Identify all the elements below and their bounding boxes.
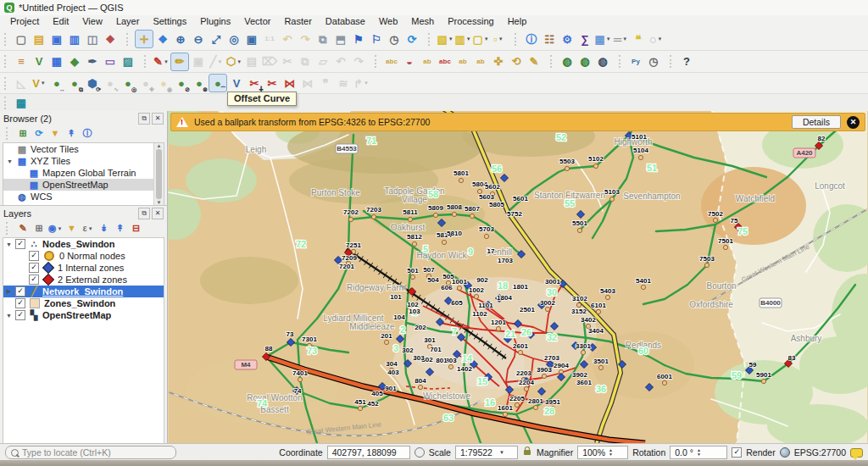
locate-search-input[interactable]: Type to locate (Ctrl+K) bbox=[5, 446, 176, 459]
add-selected-layers-icon[interactable]: ⊞ bbox=[16, 127, 30, 141]
split-features-icon[interactable]: ✂╋ bbox=[246, 75, 263, 92]
temporal-controller-icon[interactable]: ◷ bbox=[386, 31, 403, 47]
menu-vector[interactable]: Vector bbox=[237, 15, 277, 28]
current-edits-icon[interactable]: ✎▼ bbox=[153, 53, 170, 70]
select-features-icon[interactable]: ▧▼ bbox=[437, 31, 453, 47]
properties-widget-icon[interactable]: ⓘ bbox=[81, 127, 94, 141]
refresh-browser-icon[interactable]: ⟳ bbox=[32, 127, 46, 141]
rotation-value[interactable]: 0.0 °▲▼ bbox=[670, 446, 727, 459]
remove-layer-icon[interactable]: ⊟ bbox=[130, 222, 143, 236]
extent-icon[interactable] bbox=[415, 447, 425, 458]
menu-plugins[interactable]: Plugins bbox=[193, 15, 237, 28]
menu-view[interactable]: View bbox=[75, 15, 109, 28]
magnifier-value[interactable]: 100%▲▼ bbox=[577, 446, 628, 459]
topology-checker-icon[interactable]: ▦ bbox=[13, 94, 30, 111]
zoom-out-icon[interactable]: ⊖ bbox=[190, 31, 207, 47]
rotate-feature-icon[interactable]: ⬢⟳ bbox=[84, 75, 101, 92]
select-by-location-icon[interactable]: ▫▼ bbox=[490, 31, 507, 47]
menu-mesh[interactable]: Mesh bbox=[404, 15, 441, 28]
show-hide-labels-icon[interactable]: ab bbox=[472, 53, 489, 70]
python-console-icon[interactable]: Py bbox=[627, 53, 644, 70]
menu-processing[interactable]: Processing bbox=[441, 15, 500, 28]
layer-item-network-swindon[interactable]: ▶✓╱Network_Swindon bbox=[3, 286, 164, 297]
collapse-all-icon[interactable]: ↟ bbox=[114, 222, 127, 236]
split-parts-icon[interactable]: ✂ bbox=[264, 75, 281, 92]
style-manager-icon[interactable]: ❖ bbox=[102, 31, 119, 47]
deselect-features-icon[interactable]: ▢▼ bbox=[472, 31, 489, 47]
new-3d-map-view-icon[interactable]: ⬒ bbox=[332, 31, 349, 47]
statistical-summary-icon[interactable]: ☷ bbox=[541, 31, 558, 47]
browser-item-mapzen-global-terrain[interactable]: ▦Mapzen Global Terrain bbox=[3, 167, 164, 179]
vertex-tool-icon[interactable]: ⬡▼ bbox=[225, 53, 242, 70]
layer-checkbox[interactable]: ✓ bbox=[15, 298, 25, 308]
zoom-full-icon[interactable]: ⤢ bbox=[208, 31, 225, 47]
open-project-icon[interactable]: ▤ bbox=[31, 31, 47, 47]
browser-close-icon[interactable]: ✕ bbox=[152, 113, 164, 125]
layer-item-2-external-zones[interactable]: ✓2 External zones bbox=[3, 274, 164, 286]
move-label-icon[interactable]: ✜ bbox=[490, 53, 507, 70]
menu-project[interactable]: Project bbox=[3, 15, 46, 28]
open-data-source-manager-icon[interactable]: ≡ bbox=[13, 53, 30, 70]
show-sum-icon[interactable]: ∑ bbox=[576, 31, 593, 47]
new-project-icon[interactable]: ▢ bbox=[13, 31, 30, 47]
render-checkbox[interactable]: ✓ bbox=[732, 447, 742, 458]
menu-help[interactable]: Help bbox=[501, 15, 534, 28]
new-shapefile-layer-icon[interactable]: ✒ bbox=[84, 53, 101, 70]
offset-curve-icon[interactable]: ●⌒ bbox=[209, 74, 227, 92]
project-properties-icon[interactable]: ◫ bbox=[84, 31, 101, 47]
lock-scale-icon[interactable] bbox=[524, 450, 531, 455]
layer-checkbox[interactable]: ✓ bbox=[29, 275, 39, 285]
rotate-label-icon[interactable]: ⟲ bbox=[508, 53, 525, 70]
collapse-all-icon[interactable]: ↟ bbox=[64, 127, 78, 141]
zoom-to-selection-icon[interactable]: ◎ bbox=[225, 31, 242, 47]
new-bookmark-icon[interactable]: ⚑ bbox=[350, 31, 367, 47]
pan-map-icon[interactable]: ✛ bbox=[135, 30, 153, 48]
digitize-with-curve-icon[interactable]: V▼ bbox=[31, 75, 47, 92]
layers-close-icon[interactable]: ✕ bbox=[152, 208, 164, 219]
layer-item-0-normal-nodes[interactable]: ✓0 Normal nodes bbox=[3, 250, 164, 262]
filter-browser-icon[interactable]: ▼ bbox=[48, 127, 62, 141]
zoom-in-icon[interactable]: ⊕ bbox=[172, 31, 189, 47]
map-tips-icon[interactable]: ❝ bbox=[630, 31, 647, 47]
details-button[interactable]: Details bbox=[792, 115, 841, 129]
filter-legend-icon[interactable]: ▼ bbox=[65, 222, 79, 236]
layer-diagram-icon[interactable]: ◒ bbox=[401, 53, 418, 70]
merge-features-icon[interactable]: ⋈ bbox=[281, 75, 298, 92]
crs-status[interactable]: EPSG:27700 bbox=[794, 447, 846, 458]
nominatim-search-icon[interactable]: ◌▼ bbox=[648, 31, 665, 47]
menu-database[interactable]: Database bbox=[319, 15, 372, 28]
add-raster-layer-icon[interactable]: ▦ bbox=[48, 53, 65, 70]
metasearch-icon[interactable]: ◍ bbox=[594, 53, 611, 70]
new-map-view-icon[interactable]: ⧉ bbox=[314, 31, 331, 47]
toggle-editing-icon[interactable]: ✏ bbox=[170, 53, 189, 71]
open-attribute-table-icon[interactable]: ▦▼ bbox=[594, 31, 611, 47]
move-feature-icon[interactable]: ●↔ bbox=[48, 75, 65, 92]
map-canvas[interactable]: LeighPurton StokeTadpole GardenVillageOa… bbox=[168, 111, 868, 443]
layer-labeling-icon[interactable]: abc bbox=[383, 53, 400, 70]
menu-web[interactable]: Web bbox=[372, 15, 404, 28]
layer-checkbox[interactable]: ✓ bbox=[15, 239, 25, 249]
new-mesh-layer-icon[interactable]: ▨ bbox=[120, 53, 136, 70]
new-spatialite-layer-icon[interactable]: ▭ bbox=[102, 53, 119, 70]
manage-map-themes-icon[interactable]: ◉▼ bbox=[48, 222, 63, 236]
layer-checkbox[interactable]: ✓ bbox=[15, 286, 25, 297]
browser-item-vector-tiles[interactable]: ▦Vector Tiles bbox=[3, 143, 164, 155]
browser-scrollbar[interactable]: ▲▼ bbox=[153, 143, 164, 205]
help-contents-icon[interactable]: ? bbox=[678, 53, 695, 70]
expand-all-icon[interactable]: ↡ bbox=[97, 222, 111, 236]
delete-part-icon[interactable]: ●⊗ bbox=[191, 75, 208, 92]
add-group-icon[interactable]: ⊞ bbox=[32, 222, 46, 236]
no-labels-icon[interactable]: abc bbox=[437, 53, 453, 70]
layer-checkbox[interactable]: ✓ bbox=[29, 263, 39, 273]
identify-features-icon[interactable]: ⓘ bbox=[523, 31, 540, 47]
plugin-clock-icon[interactable]: ◷ bbox=[645, 53, 662, 70]
metasearch-fetch-icon[interactable]: ◍ bbox=[576, 53, 593, 70]
browser-float-icon[interactable]: ⧉ bbox=[138, 113, 150, 125]
layer-item-openstreetmap[interactable]: ▼✓▚OpenStreetMap bbox=[3, 309, 164, 321]
pan-to-selection-icon[interactable]: ❖ bbox=[154, 31, 171, 47]
reshape-features-icon[interactable]: V bbox=[228, 75, 245, 92]
open-layer-styling-icon[interactable]: ✎ bbox=[16, 222, 30, 236]
new-geopackage-layer-icon[interactable]: ◆ bbox=[66, 53, 83, 70]
browser-item-openstreetmap[interactable]: ▦OpenStreetMap bbox=[3, 179, 164, 191]
layer-item-nodes-swindon[interactable]: ▼✓∴Nodes_Swindon bbox=[3, 238, 164, 250]
